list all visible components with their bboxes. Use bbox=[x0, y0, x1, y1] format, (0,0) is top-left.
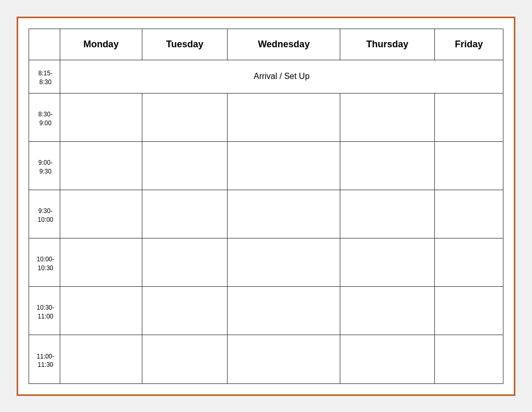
cell-monday-930 bbox=[60, 190, 142, 238]
time-cell-900: 9:00-9:30 bbox=[29, 141, 60, 190]
arrival-cell: Arrival / Set Up bbox=[60, 60, 503, 93]
cell-thursday-1030 bbox=[340, 287, 435, 335]
schedule-table: Monday Tuesday Wednesday Thursday Friday… bbox=[29, 29, 503, 384]
cell-thursday-900 bbox=[340, 141, 435, 190]
cell-tuesday-830 bbox=[142, 93, 228, 141]
table-row: 9:00-9:30 bbox=[29, 141, 503, 190]
time-cell-830: 8:30-9:00 bbox=[29, 93, 60, 141]
header-thursday: Thursday bbox=[340, 29, 435, 60]
table-row: 8:30-9:00 bbox=[29, 93, 503, 141]
cell-friday-1030 bbox=[435, 287, 503, 335]
cell-tuesday-900 bbox=[142, 141, 228, 190]
cell-monday-1000 bbox=[60, 238, 142, 287]
time-cell-1000: 10:00-10:30 bbox=[29, 238, 60, 287]
cell-friday-1100 bbox=[435, 335, 503, 383]
page-container: Monday Tuesday Wednesday Thursday Friday… bbox=[17, 17, 515, 396]
table-row: 10:30-11:00 bbox=[29, 287, 503, 335]
cell-thursday-1100 bbox=[340, 335, 435, 383]
cell-wednesday-930 bbox=[228, 190, 340, 238]
table-row: 8:15-8:30 Arrival / Set Up bbox=[29, 60, 503, 93]
header-friday: Friday bbox=[435, 29, 503, 60]
cell-monday-1100 bbox=[60, 335, 142, 383]
cell-monday-900 bbox=[60, 141, 142, 190]
cell-wednesday-830 bbox=[228, 93, 340, 141]
time-cell-1030: 10:30-11:00 bbox=[29, 287, 60, 335]
cell-thursday-1000 bbox=[340, 238, 435, 287]
table-row: 10:00-10:30 bbox=[29, 238, 503, 287]
cell-tuesday-930 bbox=[142, 190, 228, 238]
table-row: 9:30-10:00 bbox=[29, 190, 503, 238]
header-monday: Monday bbox=[60, 29, 142, 60]
cell-tuesday-1000 bbox=[142, 238, 228, 287]
cell-friday-900 bbox=[435, 141, 503, 190]
header-time bbox=[29, 29, 60, 60]
header-wednesday: Wednesday bbox=[228, 29, 340, 60]
cell-friday-930 bbox=[435, 190, 503, 238]
header-tuesday: Tuesday bbox=[142, 29, 228, 60]
cell-monday-1030 bbox=[60, 287, 142, 335]
time-cell-1100: 11:00-11:30 bbox=[29, 335, 60, 383]
table-row: 11:00-11:30 bbox=[29, 335, 503, 383]
cell-friday-830 bbox=[435, 93, 503, 141]
cell-wednesday-1100 bbox=[228, 335, 340, 383]
cell-wednesday-1000 bbox=[228, 238, 340, 287]
cell-monday-830 bbox=[60, 93, 142, 141]
cell-wednesday-900 bbox=[228, 141, 340, 190]
cell-tuesday-1100 bbox=[142, 335, 228, 383]
cell-thursday-830 bbox=[340, 93, 435, 141]
cell-tuesday-1030 bbox=[142, 287, 228, 335]
cell-thursday-930 bbox=[340, 190, 435, 238]
cell-wednesday-1030 bbox=[228, 287, 340, 335]
cell-friday-1000 bbox=[435, 238, 503, 287]
time-cell-930: 9:30-10:00 bbox=[29, 190, 60, 238]
time-cell-815: 8:15-8:30 bbox=[29, 60, 60, 93]
